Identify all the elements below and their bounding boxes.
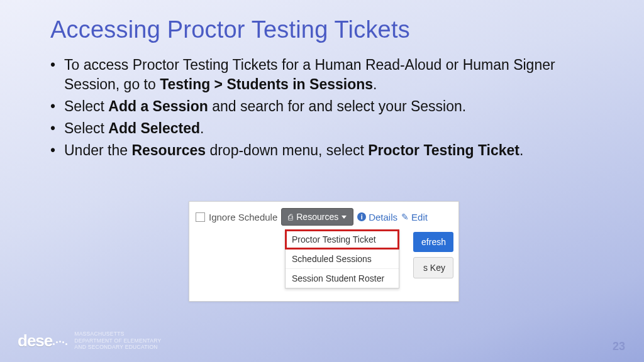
details-link[interactable]: i Details (357, 212, 397, 222)
bullet-3: Select Add Selected. (50, 119, 606, 138)
bullet-2: Select Add a Session and search for and … (50, 97, 606, 116)
dropdown-item-scheduled-sessions[interactable]: Scheduled Sessions (286, 249, 399, 268)
info-icon: i (357, 212, 366, 221)
org-line-3: and Secondary Education (74, 344, 161, 351)
resources-dropdown-button[interactable]: ⎙ Resources (281, 208, 353, 226)
edit-link[interactable]: ✎ Edit (401, 212, 428, 222)
logo-mark-wrap: dese (18, 331, 68, 351)
bullet-4-bold2: Proctor Testing Ticket (368, 142, 519, 158)
bullet-2-pre: Select (64, 98, 108, 114)
resources-dropdown-menu: Proctor Testing Ticket Scheduled Session… (285, 229, 399, 288)
print-icon: ⎙ (288, 212, 293, 222)
bullet-3-post: . (200, 120, 204, 136)
bullet-1-bold: Testing > Students in Sessions (160, 76, 373, 92)
refresh-button-partial[interactable]: efresh (413, 232, 453, 252)
org-line-2: Department of Elementary (74, 337, 161, 344)
bullet-3-bold: Add Selected (108, 120, 200, 136)
bullet-2-post: and search for and select your Session. (208, 98, 466, 114)
details-label: Details (369, 212, 397, 222)
footer-logo: dese MASSACHUSETTS Department of Element… (18, 331, 161, 351)
ignore-schedule-checkbox[interactable] (196, 212, 205, 222)
page-number: 23 (613, 340, 625, 353)
bullet-2-bold: Add a Session (108, 98, 208, 114)
bullet-4-mid: drop-down menu, select (206, 142, 368, 158)
chevron-down-icon (341, 216, 347, 219)
bullet-4-post: . (519, 142, 523, 158)
screenshot-right-buttons: efresh s Key (413, 232, 453, 278)
bullet-1: To access Proctor Testing Tickets for a … (50, 55, 606, 94)
logo-dots-icon (52, 336, 68, 348)
pencil-icon: ✎ (401, 212, 409, 222)
bullet-4: Under the Resources drop-down menu, sele… (50, 141, 606, 160)
slide: Accessing Proctor Testing Tickets To acc… (0, 0, 644, 362)
footer-org-text: MASSACHUSETTS Department of Elementary a… (74, 331, 161, 351)
dropdown-item-proctor-ticket[interactable]: Proctor Testing Ticket (286, 230, 399, 249)
edit-label: Edit (411, 212, 428, 222)
org-line-1: MASSACHUSETTS (74, 331, 161, 337)
slide-title: Accessing Proctor Testing Tickets (50, 16, 410, 43)
bullet-4-pre: Under the (64, 142, 131, 158)
bullet-3-pre: Select (64, 120, 108, 136)
ignore-schedule-label: Ignore Schedule (209, 212, 277, 222)
bullet-1-post: . (373, 76, 377, 92)
dropdown-item-session-roster[interactable]: Session Student Roster (286, 268, 399, 288)
bullet-4-bold: Resources (131, 142, 206, 158)
embedded-screenshot: Ignore Schedule ⎙ Resources i Details ✎ … (189, 201, 459, 302)
dese-logo-text: dese (18, 331, 52, 350)
screenshot-toolbar: Ignore Schedule ⎙ Resources i Details ✎ … (196, 208, 452, 226)
resources-label: Resources (296, 212, 338, 222)
key-button-partial[interactable]: s Key (413, 257, 453, 278)
slide-body: To access Proctor Testing Tickets for a … (50, 55, 606, 163)
